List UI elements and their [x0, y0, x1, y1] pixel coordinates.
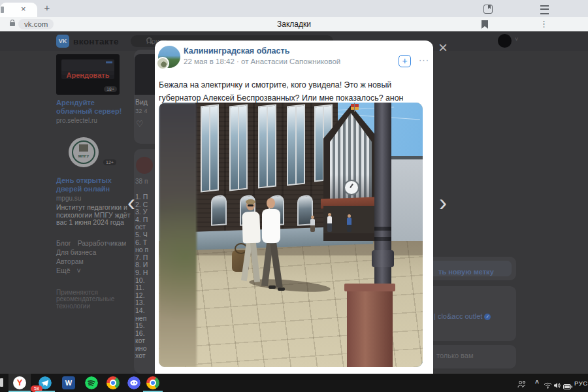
vk-page: VK вконтакте Поиск ˅ Арендовать 18+ Арен… [0, 31, 588, 374]
browser-menu-icon[interactable] [540, 5, 549, 14]
volume-icon[interactable] [553, 380, 561, 391]
left-ads-column: Арендовать 18+ Арендуйте облачный сервер… [56, 54, 135, 310]
chevron-down-icon: ˅ [76, 266, 80, 275]
server-graphic [61, 59, 114, 71]
mpgu-emblem [79, 144, 88, 152]
tab-close-icon[interactable]: × [21, 4, 26, 14]
wifi-icon[interactable] [544, 380, 552, 391]
tab-favicon [1, 7, 4, 13]
photo-clock [344, 180, 359, 195]
page-title: Закладки [0, 20, 588, 29]
photo-side-building [390, 156, 423, 242]
taskbar-word[interactable]: W [57, 374, 80, 392]
feed-post-list-fragments: 1. П2. С3. У 4. Пост5. Ч 6. Тно п7. П 8.… [135, 193, 156, 360]
photo-man [262, 209, 280, 243]
photo-woman [242, 212, 261, 244]
close-icon[interactable]: × [438, 41, 448, 55]
photo-pedestrian [327, 216, 332, 232]
server-ad-title[interactable]: Арендуйте облачный сервер! [56, 99, 129, 116]
outlet-link[interactable]: | clo&acc outlet✓ [434, 312, 491, 320]
taskbar-spotify[interactable] [80, 374, 103, 392]
people-tray-icon[interactable] [517, 379, 527, 391]
browser-tab-strip: × + [0, 0, 588, 17]
photo-lamp-pedestal [347, 288, 393, 367]
browser-toolbar: vk.com Закладки ⋮ [0, 17, 588, 32]
tab-panels-icon[interactable] [483, 5, 493, 14]
post-photo[interactable] [159, 103, 423, 367]
feed-video-title-fragment: Вид [135, 98, 148, 106]
mpgu-ad-body: Институт педагогики и психологии МПГУ жд… [56, 204, 133, 227]
photo-blur-edge [159, 103, 197, 367]
footer-link-business[interactable]: Для бизнеса [56, 248, 96, 257]
verified-icon: ✓ [484, 314, 491, 320]
footer-link-authors[interactable]: Авторам [56, 257, 84, 266]
chevron-down-icon: ˅ [515, 36, 518, 42]
screen: × + vk.com Закладки ⋮ VK вконтакте Поиск… [0, 0, 588, 392]
footer-note: Применяются рекомендательные технологии [56, 289, 122, 310]
taskbar: Y 58 W [0, 374, 588, 392]
footer-link-more[interactable]: Ещё [56, 266, 70, 275]
post-modal: Калининградская область 22 мая в 18:42 ·… [155, 41, 433, 374]
age-badge: 18+ [104, 86, 117, 92]
language-indicator[interactable]: РУС [574, 380, 588, 387]
tray-expand-icon[interactable]: ^ [535, 380, 539, 387]
photo-man [267, 198, 275, 208]
footer-link-blog[interactable]: Блог [56, 238, 71, 248]
taskbar-chrome-2[interactable] [142, 374, 164, 392]
taskbar-yandex-browser[interactable]: Y [8, 374, 31, 392]
photo-lamp-post [374, 103, 391, 293]
spotify-icon [85, 376, 98, 389]
footer-links: БлогРазработчикам Для бизнесаАвторам Ещё… [56, 238, 135, 275]
photo-pedestrian [347, 218, 351, 232]
mpgu-logo[interactable]: МПГУ [69, 137, 99, 167]
taskbar-chrome[interactable] [102, 374, 124, 392]
mpgu-ad-title[interactable]: День открытых дверей онлайн [56, 176, 129, 193]
add-tag-button[interactable]: ть новую метку [423, 261, 512, 276]
user-avatar[interactable] [498, 34, 512, 48]
photo-woman [246, 201, 255, 210]
add-tag-label: ть новую метку [438, 268, 494, 276]
footer-link-dev[interactable]: Разработчикам [78, 238, 127, 248]
mpgu-ad-domain: mpgu.su [56, 195, 135, 202]
browser-tab[interactable]: × [0, 3, 37, 17]
feed-post-avatar[interactable] [136, 157, 153, 174]
visibility-label: только вам [436, 351, 473, 359]
photo-man [269, 286, 276, 289]
taskbar-telegram[interactable]: 58 [34, 374, 56, 392]
prev-arrow-icon[interactable]: ‹ [127, 189, 135, 217]
battery-icon[interactable] [563, 380, 573, 392]
feed-post-meta-fragment: 38 п [135, 178, 148, 185]
word-icon: W [62, 376, 75, 389]
vk-wordmark[interactable]: вконтакте [73, 37, 119, 46]
server-ad-image[interactable]: Арендовать 18+ [56, 54, 120, 95]
vk-logo[interactable]: VK [56, 35, 69, 48]
mpgu-logo-label: МПГУ [69, 154, 99, 158]
post-meta: 22 мая в 18:42 · от Анастасии Сапожников… [184, 57, 340, 65]
server-ad-domain: pro.selectel.ru [56, 117, 135, 124]
follow-button[interactable]: + [399, 55, 411, 67]
chrome-icon [146, 376, 159, 389]
like-icon[interactable]: ♡ [136, 119, 144, 129]
new-tab-button[interactable]: + [41, 1, 54, 14]
age-badge: 12+ [103, 159, 116, 165]
group-avatar[interactable] [158, 46, 180, 68]
mpgu-ad-logo-wrap: МПГУ 12+ [56, 137, 129, 169]
group-name-link[interactable]: Калининградская область [184, 46, 289, 56]
kebab-menu-icon[interactable]: ⋮ [540, 19, 548, 29]
photo-pedestrian [310, 219, 315, 232]
next-arrow-icon[interactable]: › [439, 189, 447, 217]
server-ad-cta: Арендовать [56, 71, 120, 79]
yandex-browser-icon: Y [13, 376, 26, 389]
taskbar-edge-icon[interactable] [0, 378, 3, 387]
chrome-icon [106, 376, 120, 389]
discord-icon [127, 376, 140, 389]
more-menu-icon[interactable]: ··· [419, 55, 429, 65]
feed-video-views-fragment: 32 4 [135, 107, 148, 114]
photo-flag [351, 104, 359, 110]
